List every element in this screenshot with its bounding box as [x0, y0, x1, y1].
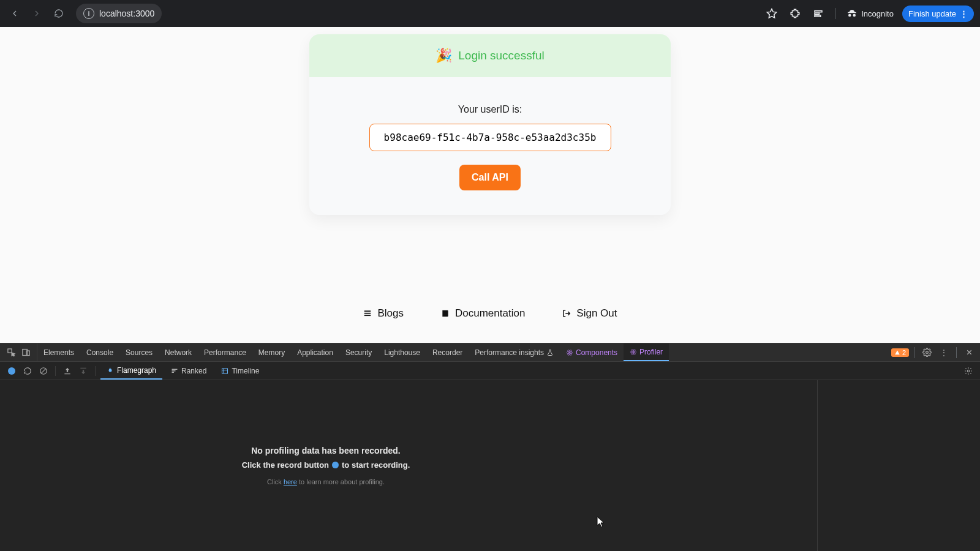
incognito-icon	[846, 8, 858, 19]
svg-point-23	[967, 370, 970, 372]
svg-rect-19	[172, 369, 178, 370]
call-api-button[interactable]: Call API	[459, 165, 521, 190]
footer-links: Blogs Documentation Sign Out	[0, 307, 980, 320]
tab-profiler[interactable]: Profiler	[624, 343, 669, 361]
svg-rect-20	[172, 370, 176, 372]
profiler-toolbar: Flamegraph Ranked Timeline	[0, 362, 980, 380]
finish-update-button[interactable]: Finish update ⋮	[902, 6, 974, 22]
view-flamegraph[interactable]: Flamegraph	[100, 362, 162, 380]
tab-memory[interactable]: Memory	[252, 343, 291, 361]
tab-sources[interactable]: Sources	[119, 343, 159, 361]
incognito-indicator: Incognito	[843, 8, 897, 19]
success-banner: 🎉 Login successful	[309, 34, 671, 77]
devtools-tab-bar: Elements Console Sources Network Perform…	[0, 343, 980, 362]
learn-more-link[interactable]: here	[284, 478, 297, 485]
documentation-link[interactable]: Documentation	[440, 307, 525, 320]
login-card: 🎉 Login successful Your userID is: b98ca…	[309, 34, 671, 215]
tab-network[interactable]: Network	[159, 343, 198, 361]
inspect-element-icon[interactable]	[4, 345, 18, 360]
load-profile-button[interactable]	[61, 364, 74, 378]
address-bar[interactable]: i localhost:3000	[76, 4, 162, 23]
more-menu-icon[interactable]: ⋮	[937, 345, 951, 360]
svg-rect-5	[364, 315, 371, 316]
clear-button[interactable]	[37, 364, 50, 378]
empty-title: No profiling data has been recorded.	[251, 446, 400, 455]
userid-value: b98cae69-f51c-4b7a-958c-e53aa2d3c35b	[369, 124, 611, 151]
logout-icon	[562, 309, 571, 318]
svg-rect-0	[815, 11, 822, 12]
extensions-icon[interactable]	[786, 4, 804, 23]
site-info-icon[interactable]: i	[83, 8, 94, 19]
url-text: localhost:3000	[99, 9, 154, 18]
page-content: 🎉 Login successful Your userID is: b98ca…	[0, 27, 980, 343]
svg-rect-22	[222, 369, 228, 373]
flame-icon	[107, 367, 114, 374]
reload-profile-button[interactable]	[21, 364, 34, 378]
forward-button[interactable]	[28, 5, 45, 22]
bookmark-star-icon[interactable]	[763, 4, 781, 23]
view-timeline[interactable]: Timeline	[215, 362, 265, 380]
sign-out-link[interactable]: Sign Out	[562, 307, 617, 320]
list-icon	[363, 309, 372, 318]
more-icon: ⋮	[960, 9, 968, 18]
blogs-link[interactable]: Blogs	[363, 307, 404, 320]
tab-recorder[interactable]: Recorder	[426, 343, 469, 361]
flask-icon	[546, 349, 554, 356]
tab-lighthouse[interactable]: Lighthouse	[378, 343, 426, 361]
settings-gear-icon[interactable]	[919, 345, 934, 360]
empty-subtitle: Click the record button to start recordi…	[242, 460, 410, 470]
save-profile-button[interactable]	[77, 364, 90, 378]
userid-label: Your userID is:	[334, 104, 646, 115]
warning-icon	[894, 350, 900, 356]
browser-toolbar: i localhost:3000 Incognito Finish update…	[0, 0, 980, 27]
tab-security[interactable]: Security	[339, 343, 378, 361]
party-popper-icon: 🎉	[435, 48, 452, 64]
device-toolbar-icon[interactable]	[18, 345, 33, 360]
profiler-side-panel	[818, 380, 980, 551]
tab-console[interactable]: Console	[80, 343, 119, 361]
svg-point-9	[569, 352, 570, 353]
close-devtools-icon[interactable]	[962, 345, 976, 360]
banner-message: Login successful	[458, 49, 544, 62]
warnings-badge[interactable]: 2	[891, 348, 909, 357]
back-button[interactable]	[6, 5, 23, 22]
profiler-empty-state: No profiling data has been recorded. Cli…	[0, 380, 818, 551]
svg-rect-6	[7, 349, 11, 353]
record-dot-icon	[332, 462, 339, 468]
profiler-settings-icon[interactable]	[962, 364, 975, 378]
panel-icon[interactable]	[809, 4, 827, 23]
empty-hint: Click here to learn more about profiling…	[267, 478, 385, 485]
svg-rect-1	[815, 13, 820, 14]
svg-rect-4	[364, 313, 371, 314]
book-icon	[440, 309, 450, 318]
svg-point-17	[925, 351, 928, 354]
svg-rect-21	[172, 372, 175, 373]
svg-point-13	[633, 351, 634, 353]
react-icon	[630, 348, 637, 356]
tab-performance-insights[interactable]: Performance insights	[469, 343, 560, 361]
tab-performance[interactable]: Performance	[198, 343, 252, 361]
tab-elements[interactable]: Elements	[37, 343, 80, 361]
reload-button[interactable]	[50, 5, 67, 22]
view-ranked[interactable]: Ranked	[165, 362, 213, 380]
react-icon	[566, 349, 573, 356]
record-button[interactable]	[5, 364, 18, 378]
svg-rect-3	[364, 310, 371, 312]
timeline-icon	[221, 367, 228, 375]
tab-components[interactable]: Components	[560, 343, 624, 361]
devtools-panel: Elements Console Sources Network Perform…	[0, 343, 980, 551]
tab-application[interactable]: Application	[291, 343, 339, 361]
svg-rect-2	[815, 15, 821, 17]
ranked-icon	[171, 367, 178, 375]
